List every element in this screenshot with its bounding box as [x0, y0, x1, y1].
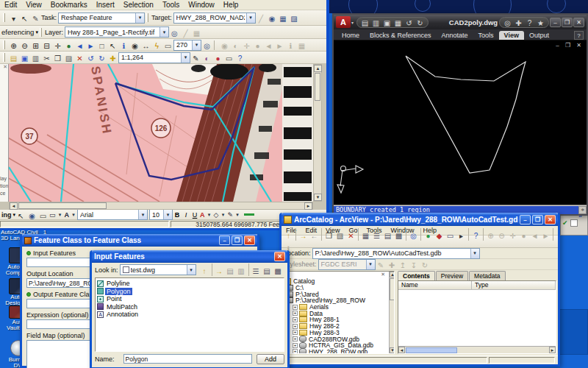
- delete-icon[interactable]: ✕: [345, 231, 356, 241]
- details-icon[interactable]: ▤: [262, 266, 273, 277]
- favorites-icon[interactable]: ★: [535, 18, 546, 29]
- paste-icon[interactable]: ▨: [334, 231, 345, 241]
- up-level-icon[interactable]: ↑: [283, 231, 294, 241]
- menu-view[interactable]: View: [21, 1, 46, 9]
- add-button[interactable]: Add: [257, 354, 284, 364]
- empty-list-area[interactable]: [398, 290, 556, 346]
- maximize-button[interactable]: [562, 18, 573, 27]
- line-color-button[interactable]: [226, 210, 241, 220]
- target-combo[interactable]: HWY_288_ROW_NAD27: [173, 13, 256, 24]
- close-button[interactable]: [274, 252, 285, 261]
- look-in-combo[interactable]: test.dwg: [120, 264, 196, 275]
- bold-button[interactable]: B: [173, 211, 182, 219]
- menu-tools[interactable]: Tools: [158, 1, 184, 9]
- map-view-icon[interactable]: ▭: [37, 211, 49, 222]
- open-icon[interactable]: ▤: [8, 54, 19, 64]
- scroll-up-icon[interactable]: [390, 272, 395, 277]
- drawing-menu[interactable]: ing: [1, 211, 12, 219]
- tree-item[interactable]: HWY_288_ROW.gdb: [309, 348, 368, 354]
- scroll-up-icon[interactable]: [314, 65, 322, 72]
- italic-button[interactable]: I: [182, 211, 190, 219]
- select-elements-icon[interactable]: ↖: [107, 41, 118, 52]
- table-of-contents-panel[interactable]: ✕ lay tion ce: [0, 64, 9, 202]
- tab-metadata[interactable]: Metadata: [469, 271, 505, 280]
- map-vertical-scrollbar[interactable]: [313, 64, 322, 202]
- sketch-pencil-icon[interactable]: ✎: [30, 14, 41, 24]
- save-dwg-icon[interactable]: ▣: [381, 18, 392, 29]
- folder-tree-icon[interactable]: ▥: [236, 266, 247, 277]
- text-tool[interactable]: [64, 210, 78, 220]
- swatch-box[interactable]: [570, 219, 578, 227]
- identify-icon[interactable]: ℹ: [118, 41, 129, 52]
- maximize-button[interactable]: [532, 215, 543, 224]
- close-button[interactable]: [573, 18, 584, 27]
- dropdown-arrow-icon[interactable]: [470, 249, 479, 258]
- expand-icon[interactable]: [293, 317, 298, 322]
- hyperlink-icon[interactable]: ϟ: [151, 41, 162, 52]
- copy-icon[interactable]: ❐: [323, 231, 334, 241]
- open-dwg-icon[interactable]: ▥: [370, 18, 381, 29]
- minimize-button[interactable]: [550, 18, 561, 27]
- feature-class-list[interactable]: Polyline Polygon Point MultiPatch Annota…: [95, 277, 284, 352]
- expand-icon[interactable]: [293, 330, 298, 335]
- menu-window[interactable]: Window: [184, 1, 219, 9]
- dropdown-arrow-icon[interactable]: [192, 40, 201, 50]
- connect-icon[interactable]: →: [298, 231, 309, 241]
- raster-paint-icon[interactable]: ●: [212, 54, 223, 64]
- dialog-titlebar[interactable]: Feature Class to Feature Class: [22, 234, 257, 247]
- expand-icon[interactable]: [293, 336, 298, 342]
- back-icon[interactable]: ◄: [74, 41, 85, 52]
- georeferencing-menu[interactable]: eferencing: [1, 28, 34, 36]
- expand-icon[interactable]: [293, 324, 298, 329]
- large-icons-icon[interactable]: ▦: [360, 231, 371, 241]
- font-color-button[interactable]: [199, 210, 213, 220]
- editor-pencil-icon[interactable]: ✎: [190, 54, 201, 64]
- pan-icon[interactable]: ✛: [52, 41, 63, 52]
- viewer-icon[interactable]: ◎: [169, 29, 180, 39]
- toolbox-icon[interactable]: ◆: [434, 231, 445, 241]
- dropdown-arrow-icon[interactable]: [135, 13, 144, 23]
- dropdown-arrow-icon[interactable]: [207, 210, 212, 219]
- rotate-tool-icon[interactable]: ◉: [267, 14, 278, 24]
- expand-icon[interactable]: [293, 343, 298, 348]
- undo-cad-icon[interactable]: ↺: [404, 18, 415, 29]
- arccatalog-titlebar[interactable]: ArcCatalog - ArcView - P:\Jared\Hwy_288_…: [282, 213, 558, 226]
- dropdown-arrow-icon[interactable]: [163, 210, 172, 219]
- scroll-right-icon[interactable]: [304, 202, 312, 210]
- tab-tools[interactable]: Tools: [473, 31, 499, 40]
- fill-color-button[interactable]: [213, 210, 227, 220]
- list-item-annotation[interactable]: Annotation: [97, 311, 282, 319]
- toolbar-grip[interactable]: [40, 28, 42, 37]
- search-icon[interactable]: ◎: [408, 231, 419, 241]
- maximize-button[interactable]: [232, 236, 243, 245]
- connect-icon[interactable]: →: [214, 266, 225, 277]
- autocad-viewport[interactable]: ‒ ❐ ✕: [334, 40, 587, 205]
- undo-icon[interactable]: ↺: [85, 54, 96, 64]
- edit-arrow-icon[interactable]: ↖: [15, 211, 26, 222]
- boundary-polygon[interactable]: [406, 56, 526, 173]
- contents-list[interactable]: Name Type: [398, 280, 556, 354]
- toc-tab-fragment[interactable]: lay: [0, 176, 7, 181]
- tab-output[interactable]: Output: [524, 31, 554, 40]
- disconnect-icon[interactable]: ←: [309, 231, 320, 241]
- dropdown-arrow-icon[interactable]: [181, 53, 190, 63]
- copy-icon[interactable]: ❐: [52, 54, 63, 64]
- toolbar-grip[interactable]: [3, 53, 5, 62]
- attributes-icon[interactable]: ▦: [278, 14, 289, 24]
- scroll-left-icon[interactable]: [398, 347, 405, 353]
- map-view-icon[interactable]: ▭: [223, 54, 234, 64]
- column-name[interactable]: Name: [398, 281, 472, 289]
- fixed-zoom-in-icon[interactable]: ⊞: [30, 41, 41, 52]
- dropdown-arrow-icon[interactable]: [159, 27, 168, 37]
- list-item-point[interactable]: Point: [97, 295, 282, 303]
- dropdown-arrow-icon[interactable]: [187, 265, 196, 275]
- viewer-icon[interactable]: ◎: [201, 41, 212, 52]
- find-icon[interactable]: ◉: [129, 41, 140, 52]
- whats-this-icon[interactable]: ?: [470, 231, 481, 241]
- tree-item[interactable]: P:\Jared\Hwy_288_ROW: [295, 297, 365, 304]
- scroll-thumb[interactable]: [18, 202, 107, 209]
- dropdown-arrow-icon[interactable]: [57, 210, 63, 219]
- underline-button[interactable]: U: [190, 211, 199, 219]
- dropdown-arrow-icon[interactable]: [220, 210, 226, 219]
- list-icon[interactable]: ☰: [371, 231, 382, 241]
